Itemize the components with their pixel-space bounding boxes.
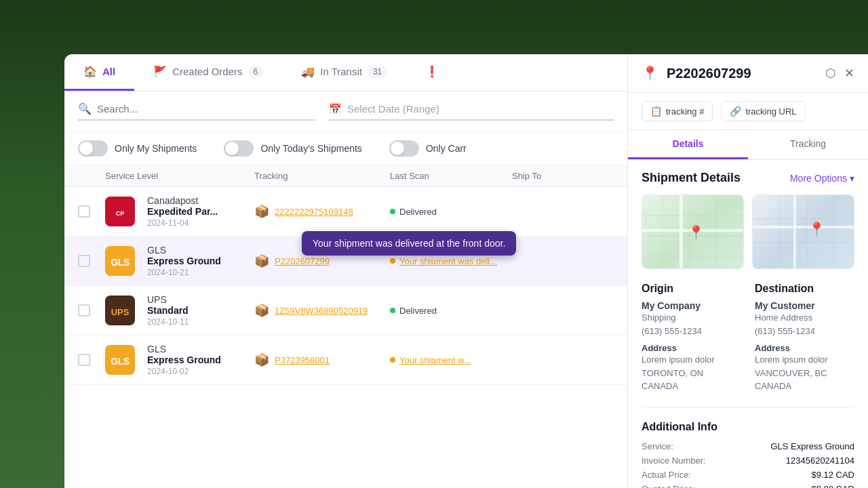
location-icon: 📍 — [642, 65, 658, 81]
detail-id: P2202607299 — [667, 66, 817, 81]
svg-rect-24 — [753, 226, 854, 228]
destination-addr2: VANCOUVER, BC — [755, 367, 854, 380]
status-text: Delivered — [399, 207, 437, 217]
tracking-url-button[interactable]: 🔗 tracking URL — [721, 101, 805, 121]
carrier-service: Expedited Par... — [147, 206, 218, 217]
origin-map-bg: 📍 — [642, 195, 743, 268]
tracking-buttons-row: 📋 tracking # 🔗 tracking URL — [628, 93, 868, 130]
toggle-today-switch[interactable] — [224, 140, 254, 157]
svg-text:UPS: UPS — [111, 307, 130, 317]
info-row-service: Service: GLS Express Ground — [642, 441, 854, 451]
tab-details[interactable]: Details — [628, 130, 748, 159]
table-row[interactable]: GLS GLS Express Ground 2024-10-02 📦 P372… — [64, 336, 627, 385]
tracking-number[interactable]: P3723958001 — [275, 355, 330, 365]
destination-phone: (613) 555-1234 — [755, 325, 854, 338]
date-placeholder: Select Date (Range) — [347, 103, 439, 115]
destination-name: My Customer — [755, 300, 854, 311]
detail-content: Shipment Details More Options ▾ — [628, 160, 868, 488]
more-options-button[interactable]: More Options ▾ — [790, 173, 854, 184]
origin-name: My Company — [642, 300, 741, 311]
detail-tabs: Details Tracking — [628, 130, 868, 160]
tracking-url-label: tracking URL — [745, 106, 796, 117]
origin-address-label: Address — [642, 343, 741, 353]
tracking-number[interactable]: 1Z59V8W36890520919 — [275, 306, 368, 316]
tab-tracking[interactable]: Tracking — [748, 130, 868, 159]
toggle-my-shipments: Only My Shipments — [78, 140, 197, 157]
more-options-label: More Options — [790, 173, 847, 184]
tracking-hash-button[interactable]: 📋 tracking # — [642, 101, 713, 121]
additional-info: Additional Info Service: GLS Express Gro… — [642, 421, 854, 489]
row-checkbox[interactable] — [78, 205, 90, 218]
table-header: Service Level Tracking Last Scan Ship To — [64, 165, 627, 187]
table-row[interactable]: CP Canadapost Expedited Par... 2024-11-0… — [64, 187, 627, 237]
close-button[interactable]: ✕ — [844, 66, 854, 81]
row-checkbox[interactable] — [78, 255, 90, 267]
transit-badge: 31 — [368, 66, 387, 78]
status-link[interactable]: Your shipment was deli... — [399, 256, 497, 266]
detail-header: 📍 P2202607299 ⬡ ✕ — [628, 54, 868, 93]
toggle-my-shipments-label: Only My Shipments — [115, 143, 197, 154]
carrier-info: Canadapost Expedited Par... 2024-11-04 — [142, 195, 218, 228]
info-row-quoted-price: Quoted Price: $9.88 CAD — [642, 484, 854, 489]
tab-tracking-label: Tracking — [790, 138, 826, 149]
locations-row: Origin My Company Shipping (613) 555-123… — [642, 283, 854, 407]
destination-map: 📍 — [752, 195, 854, 269]
toggle-carr-only: Only Carr — [389, 140, 467, 157]
status-cell: Delivered — [390, 207, 512, 217]
tracking-number[interactable]: P2202607299 — [275, 256, 330, 266]
table-row[interactable]: UPS UPS Standard 2024-10-11 📦 1Z59V8W368… — [64, 286, 627, 336]
toggle-my-shipments-switch[interactable] — [78, 140, 108, 157]
row-checkbox[interactable] — [78, 304, 90, 317]
tab-created-orders[interactable]: 🚩 Created Orders 6 — [134, 54, 282, 91]
tab-all-label: All — [102, 66, 115, 77]
toggle-carr-switch[interactable] — [389, 140, 419, 157]
carrier-date: 2024-10-21 — [147, 268, 221, 277]
created-badge: 6 — [248, 66, 264, 78]
status-dot — [390, 209, 395, 214]
date-filter[interactable]: 📅 Select Date (Range) — [329, 103, 614, 121]
calendar-icon: 📅 — [329, 103, 342, 115]
table-body: CP Canadapost Expedited Par... 2024-11-0… — [64, 187, 627, 488]
actual-price-label: Actual Price: — [642, 470, 691, 480]
open-external-button[interactable]: ⬡ — [825, 66, 836, 81]
status-link[interactable]: Your shipment w... — [399, 355, 471, 365]
gls-logo: GLS — [105, 246, 135, 276]
tab-transit-label: In Transit — [320, 66, 362, 77]
package-icon: 📦 — [254, 352, 269, 367]
shipment-details-title: Shipment Details — [642, 171, 741, 185]
toggle-carr-label: Only Carr — [426, 143, 467, 154]
header-tracking: Tracking — [254, 171, 390, 181]
tracking-number[interactable]: 2222222975109148 — [275, 207, 353, 217]
maps-row: 📍 — [642, 195, 854, 269]
carrier-cell: GLS GLS Express Ground 2024-10-02 — [105, 344, 254, 376]
tab-in-transit[interactable]: 🚚 In Transit 31 — [282, 54, 406, 91]
tab-all[interactable]: 🏠 All — [64, 54, 134, 91]
origin-sub: Shipping — [642, 311, 741, 325]
tabs-bar: 🏠 All 🚩 Created Orders 6 🚚 In Transit 31… — [64, 54, 627, 92]
info-row-actual-price: Actual Price: $9.12 CAD — [642, 470, 854, 480]
origin-title: Origin — [642, 283, 741, 295]
status-text: Delivered — [399, 306, 437, 316]
left-panel: 🏠 All 🚩 Created Orders 6 🚚 In Transit 31… — [64, 54, 627, 488]
header-ship-to: Ship To — [512, 171, 614, 181]
filters-row: 🔍 📅 Select Date (Range) — [64, 92, 627, 132]
tracking-cell: 📦 1Z59V8W36890520919 — [254, 303, 390, 318]
tracking-cell: 📦 P2202607299 — [254, 253, 390, 268]
search-input[interactable] — [97, 103, 315, 115]
carrier-date: 2024-11-04 — [147, 218, 218, 228]
tab-alert[interactable]: ❗ — [406, 54, 458, 91]
home-icon: 🏠 — [83, 65, 97, 78]
carrier-cell: CP Canadapost Expedited Par... 2024-11-0… — [105, 195, 254, 228]
destination-address-label: Address — [755, 343, 854, 353]
tracking-hash-label: tracking # — [666, 106, 704, 117]
table-row[interactable]: GLS GLS Express Ground 2024-10-21 📦 P220… — [64, 237, 627, 286]
row-checkbox[interactable] — [78, 354, 90, 366]
status-cell: Delivered — [390, 306, 512, 316]
actual-price-value: $9.12 CAD — [811, 470, 854, 480]
gls-logo: GLS — [105, 345, 135, 375]
carrier-cell: UPS UPS Standard 2024-10-11 — [105, 294, 254, 327]
canadapost-logo: CP — [105, 197, 135, 226]
svg-text:GLS: GLS — [111, 356, 129, 367]
toggle-today-shipments: Only Today's Shipments — [224, 140, 362, 157]
svg-text:GLS: GLS — [111, 257, 129, 268]
